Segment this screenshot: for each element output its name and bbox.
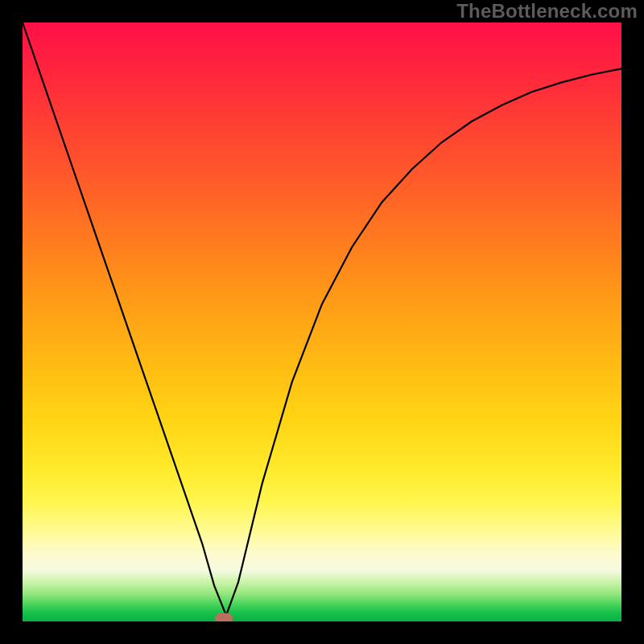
chart-frame: TheBottleneck.com xyxy=(0,0,644,644)
watermark-text: TheBottleneck.com xyxy=(456,0,638,23)
minimum-marker xyxy=(215,613,233,621)
plot-area xyxy=(23,23,621,621)
bottleneck-curve xyxy=(23,23,621,621)
